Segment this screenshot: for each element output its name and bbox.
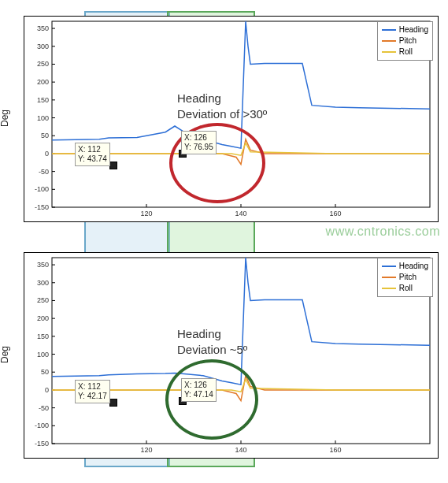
legend-label: Heading [399,24,428,35]
y-axis-label: Deg [0,346,10,363]
svg-text:-100: -100 [35,422,49,429]
annotation-top: Heading Deviation of >30º [177,91,267,123]
svg-text:0: 0 [45,386,49,394]
svg-text:100: 100 [37,351,49,359]
y-axis-label: Deg [0,110,10,127]
svg-text:120: 120 [140,210,152,217]
svg-text:300: 300 [37,43,49,50]
svg-text:250: 250 [37,296,49,304]
svg-text:100: 100 [37,114,49,122]
svg-text:-50: -50 [39,168,49,176]
datatip-marker [109,162,117,169]
svg-text:-150: -150 [35,440,49,448]
svg-text:150: 150 [37,96,49,104]
svg-text:-150: -150 [35,203,49,211]
datatip: X: 126 Y: 76.95 [181,131,217,154]
legend-label: Pitch [399,35,417,46]
t: Heading [177,327,221,340]
svg-text:160: 160 [329,446,341,454]
t: X: 112 [78,382,101,391]
t: Y: 43.74 [78,154,107,163]
legend-swatch [382,29,396,31]
svg-text:120: 120 [140,446,152,454]
legend-label: Heading [399,261,428,272]
datatip-marker [109,399,117,407]
t: Y: 47.14 [184,390,213,399]
svg-text:50: 50 [41,368,49,376]
watermark: www.cntronics.com [326,225,440,239]
svg-text:200: 200 [37,78,49,86]
svg-text:0: 0 [45,150,49,158]
datatip: X: 126 Y: 47.14 [181,378,217,402]
figure-frame: Device kept away from magnetic target De… [0,0,448,483]
svg-text:150: 150 [37,333,49,340]
svg-text:350: 350 [37,261,49,269]
legend-label: Roll [399,283,413,294]
legend-label: Pitch [399,272,417,283]
svg-text:200: 200 [37,314,49,322]
legend-label: Roll [399,46,413,58]
svg-text:-50: -50 [39,404,49,412]
legend: Heading Pitch Roll [377,258,433,297]
legend-swatch [382,51,396,53]
svg-text:140: 140 [235,446,246,454]
t: X: 126 [184,133,207,142]
datatip: X: 112 Y: 43.74 [75,143,110,166]
legend-swatch [382,266,396,267]
t: Y: 76.95 [184,143,213,151]
t: Heading [177,91,221,105]
t: Deviation of >30º [177,107,267,121]
datatip: X: 112 Y: 42.17 [75,380,110,403]
svg-text:50: 50 [41,132,49,139]
svg-text:250: 250 [37,60,49,68]
legend-swatch [382,40,396,42]
legend-swatch [382,288,396,289]
svg-text:160: 160 [329,210,341,217]
t: Deviation ~5º [177,343,247,356]
t: X: 126 [184,381,207,389]
svg-text:300: 300 [37,279,49,287]
legend-swatch [382,277,396,278]
svg-text:140: 140 [235,210,246,217]
t: Y: 42.17 [78,392,107,400]
t: X: 112 [78,145,101,154]
svg-text:-100: -100 [35,185,49,193]
legend: Heading Pitch Roll [377,21,433,61]
svg-text:350: 350 [37,24,49,32]
annotation-bottom: Heading Deviation ~5º [177,326,247,359]
